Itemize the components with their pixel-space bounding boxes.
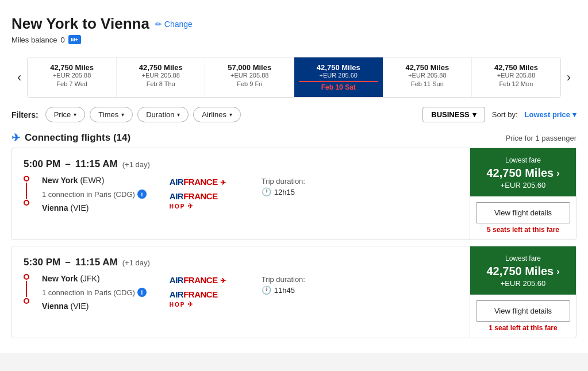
plus-day: (+1 day) bbox=[122, 258, 150, 267]
route-vert bbox=[26, 281, 27, 297]
date-day: Feb 8 Thu bbox=[121, 80, 201, 87]
results-header: ✈ Connecting flights (14) Price for 1 pa… bbox=[11, 132, 577, 144]
route-cities: New York (EWR) 1 connection in Paris (CD… bbox=[42, 176, 147, 212]
date-miles: 42,750 Miles bbox=[476, 63, 556, 72]
filter-duration-button[interactable]: Duration ▾ bbox=[137, 107, 189, 122]
price-box-eur: +EUR 205.60 bbox=[478, 279, 568, 288]
filter-times-button[interactable]: Times ▾ bbox=[90, 107, 133, 122]
date-eur: +EUR 205.88 bbox=[388, 72, 467, 79]
arrow-icon: › bbox=[556, 266, 559, 277]
date-eur: +EUR 205.60 bbox=[299, 72, 378, 79]
route-title: New York to Vienna bbox=[11, 15, 149, 33]
price-box-label: Lowest fare bbox=[478, 156, 568, 164]
trip-duration-label: Trip duration: bbox=[262, 275, 305, 284]
route-dot-dest bbox=[24, 298, 29, 304]
date-item-4[interactable]: 42,750 Miles +EUR 205.88 Feb 11 Sun bbox=[383, 57, 472, 97]
header-title: New York to Vienna ✏ Change bbox=[11, 15, 193, 33]
info-icon[interactable]: i bbox=[137, 288, 147, 297]
chevron-down-icon: ▾ bbox=[229, 111, 232, 118]
trip-duration-val: 🕐 11h45 bbox=[262, 285, 305, 295]
header: New York to Vienna ✏ Change Miles balanc… bbox=[11, 9, 577, 48]
chevron-down-icon: ▾ bbox=[121, 111, 124, 118]
route-line bbox=[24, 176, 29, 212]
price-box-label: Lowest fare bbox=[478, 254, 568, 262]
cabin-class-button[interactable]: BUSINESS ▾ bbox=[422, 107, 485, 122]
info-icon[interactable]: i bbox=[137, 190, 147, 199]
view-flight-details-button[interactable]: View flight details bbox=[476, 202, 570, 223]
date-strip: 42,750 Miles +EUR 205.88 Feb 7 Wed 42,75… bbox=[27, 57, 560, 98]
date-item-0[interactable]: 42,750 Miles +EUR 205.88 Feb 7 Wed bbox=[28, 57, 117, 97]
plane-icon: ✈ bbox=[11, 132, 20, 144]
route-cities: New York (JFK) 1 connection in Paris (CD… bbox=[42, 274, 147, 311]
route-section: New York (JFK) 1 connection in Paris (CD… bbox=[24, 274, 147, 311]
view-flight-details-button[interactable]: View flight details bbox=[476, 300, 570, 322]
date-eur: +EUR 205.88 bbox=[476, 72, 556, 79]
date-day: Feb 7 Wed bbox=[32, 80, 112, 87]
flight-price-panel-1: Lowest fare 42,750 Miles › +EUR 205.60 V… bbox=[470, 246, 576, 338]
price-box-eur: +EUR 205.60 bbox=[478, 181, 568, 190]
flights-container: 5:00 PM – 11:15 AM (+1 day) New York (EW… bbox=[11, 148, 577, 338]
sort-by-value[interactable]: Lowest price ▾ bbox=[525, 110, 577, 119]
results-title: ✈ Connecting flights (14) bbox=[11, 132, 130, 144]
trip-duration: 12h15 bbox=[274, 188, 295, 196]
arrow-icon: › bbox=[556, 168, 559, 179]
route-dot-origin bbox=[24, 176, 29, 181]
route-dot-origin bbox=[24, 274, 29, 280]
origin-city: New York (EWR) bbox=[42, 176, 147, 185]
route-section: New York (EWR) 1 connection in Paris (CD… bbox=[24, 176, 147, 212]
date-item-2[interactable]: 57,000 Miles +EUR 205.88 Feb 9 Fri bbox=[205, 57, 294, 97]
airline-logo-2: AIRFRANCE HOP ✈ bbox=[170, 289, 239, 308]
date-day: Feb 10 Sat bbox=[299, 81, 378, 91]
date-miles: 42,750 Miles bbox=[121, 63, 201, 72]
date-prev-button[interactable]: ‹ bbox=[11, 57, 27, 98]
pencil-icon: ✏ bbox=[155, 20, 162, 29]
airline-logo-1: AIRFRANCE ✈ bbox=[170, 275, 239, 285]
dest-city: Vienna (VIE) bbox=[42, 203, 147, 212]
chevron-down-icon: ▾ bbox=[572, 110, 577, 119]
dest-city: Vienna (VIE) bbox=[42, 302, 147, 311]
flight-card-1: 5:30 PM – 11:15 AM (+1 day) New York (JF… bbox=[11, 246, 577, 338]
flight-time-row: 5:00 PM – 11:15 AM (+1 day) bbox=[24, 159, 458, 170]
page-wrapper: New York to Vienna ✏ Change Miles balanc… bbox=[0, 0, 588, 353]
filters-label: Filters: bbox=[11, 110, 39, 119]
date-miles: 42,750 Miles bbox=[32, 63, 112, 72]
price-box: Lowest fare 42,750 Miles › +EUR 205.60 bbox=[470, 246, 576, 295]
airline-section: AIRFRANCE ✈ AIRFRANCE HOP ✈ bbox=[170, 275, 239, 308]
date-item-3[interactable]: 42,750 Miles +EUR 205.60 Feb 10 Sat bbox=[294, 57, 383, 97]
date-next-button[interactable]: › bbox=[561, 57, 577, 98]
date-item-1[interactable]: 42,750 Miles +EUR 205.88 Feb 8 Thu bbox=[117, 57, 206, 97]
date-item-5[interactable]: 42,750 Miles +EUR 205.88 Feb 12 Mon bbox=[472, 57, 560, 97]
airline-section: AIRFRANCE ✈ AIRFRANCE HOP ✈ bbox=[170, 177, 239, 210]
plus-day: (+1 day) bbox=[122, 160, 150, 169]
date-miles: 57,000 Miles bbox=[210, 63, 289, 72]
arrive-time: 11:15 AM bbox=[75, 159, 118, 170]
depart-time: 5:00 PM bbox=[24, 159, 60, 170]
filter-price-button[interactable]: Price ▾ bbox=[45, 107, 86, 122]
trip-duration: 11h45 bbox=[274, 286, 295, 295]
date-selector: ‹ 42,750 Miles +EUR 205.88 Feb 7 Wed 42,… bbox=[11, 57, 577, 98]
seats-left: 5 seats left at this fare bbox=[470, 226, 576, 239]
connection-info: 1 connection in Paris (CDG) i bbox=[42, 190, 147, 199]
chevron-down-icon: ▾ bbox=[74, 111, 76, 118]
origin-city: New York (JFK) bbox=[42, 274, 147, 283]
price-box-miles: 42,750 Miles › bbox=[478, 167, 568, 180]
trip-duration-val: 🕐 12h15 bbox=[262, 187, 305, 196]
connection-info: 1 connection in Paris (CDG) i bbox=[42, 288, 147, 297]
chevron-down-icon: ▾ bbox=[472, 110, 476, 119]
date-day: Feb 9 Fri bbox=[210, 80, 289, 87]
filters-right: BUSINESS ▾ Sort by: Lowest price ▾ bbox=[422, 107, 577, 122]
depart-time: 5:30 PM bbox=[24, 257, 60, 268]
filter-airlines-button[interactable]: Airlines ▾ bbox=[193, 107, 241, 122]
price-box: Lowest fare 42,750 Miles › +EUR 205.60 bbox=[470, 148, 576, 196]
price-box-miles: 42,750 Miles › bbox=[478, 265, 568, 278]
clock-icon: 🕐 bbox=[262, 285, 271, 295]
flight-time-row: 5:30 PM – 11:15 AM (+1 day) bbox=[24, 257, 458, 268]
route-vert bbox=[26, 183, 27, 199]
change-link[interactable]: ✏ Change bbox=[155, 20, 193, 29]
trip-duration-label: Trip duration: bbox=[262, 177, 305, 186]
flight-main-0: 5:00 PM – 11:15 AM (+1 day) New York (EW… bbox=[12, 148, 470, 239]
sort-by-label: Sort by: bbox=[492, 110, 518, 119]
airline-logo-1: AIRFRANCE ✈ bbox=[170, 177, 239, 187]
duration-section: Trip duration: 🕐 11h45 bbox=[262, 275, 305, 295]
flight-main-1: 5:30 PM – 11:15 AM (+1 day) New York (JF… bbox=[12, 246, 470, 338]
